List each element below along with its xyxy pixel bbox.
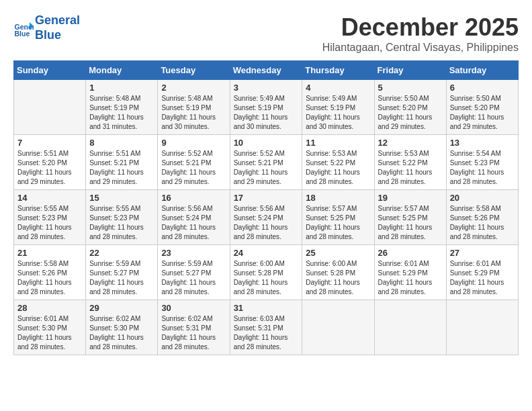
day-info: Sunrise: 5:53 AM Sunset: 5:22 PM Dayligh… [378,149,443,187]
table-row: 13Sunrise: 5:54 AM Sunset: 5:23 PM Dayli… [446,135,518,190]
day-number: 27 [450,248,515,258]
day-info: Sunrise: 6:01 AM Sunset: 5:29 PM Dayligh… [378,259,443,297]
day-number: 13 [450,138,515,148]
day-info: Sunrise: 5:52 AM Sunset: 5:21 PM Dayligh… [234,149,299,187]
day-number: 26 [378,248,443,258]
day-info: Sunrise: 6:02 AM Sunset: 5:31 PM Dayligh… [161,314,226,352]
table-row: 14Sunrise: 5:55 AM Sunset: 5:23 PM Dayli… [14,190,86,245]
table-row: 17Sunrise: 5:56 AM Sunset: 5:24 PM Dayli… [230,190,302,245]
day-info: Sunrise: 5:57 AM Sunset: 5:25 PM Dayligh… [378,204,443,242]
day-number: 14 [17,193,82,203]
day-info: Sunrise: 6:00 AM Sunset: 5:28 PM Dayligh… [306,259,370,297]
logo-line2: Blue [35,28,61,42]
day-number: 10 [234,138,299,148]
table-row: 3Sunrise: 5:49 AM Sunset: 5:19 PM Daylig… [230,80,302,135]
table-row [302,300,374,355]
table-row: 26Sunrise: 6:01 AM Sunset: 5:29 PM Dayli… [374,245,446,300]
table-row: 30Sunrise: 6:02 AM Sunset: 5:31 PM Dayli… [158,300,230,355]
day-info: Sunrise: 5:52 AM Sunset: 5:21 PM Dayligh… [161,149,226,187]
table-row: 31Sunrise: 6:03 AM Sunset: 5:31 PM Dayli… [230,300,302,355]
day-number: 25 [306,248,370,258]
day-number: 15 [89,193,154,203]
day-info: Sunrise: 5:59 AM Sunset: 5:27 PM Dayligh… [89,259,154,297]
table-row: 28Sunrise: 6:01 AM Sunset: 5:30 PM Dayli… [14,300,86,355]
calendar-week-row: 28Sunrise: 6:01 AM Sunset: 5:30 PM Dayli… [14,300,519,355]
day-info: Sunrise: 5:50 AM Sunset: 5:20 PM Dayligh… [378,94,443,132]
table-row: 2Sunrise: 5:48 AM Sunset: 5:19 PM Daylig… [158,80,230,135]
day-info: Sunrise: 5:49 AM Sunset: 5:19 PM Dayligh… [234,94,299,132]
table-row: 1Sunrise: 5:48 AM Sunset: 5:19 PM Daylig… [86,80,158,135]
col-wednesday: Wednesday [230,61,302,80]
day-info: Sunrise: 5:53 AM Sunset: 5:22 PM Dayligh… [306,149,370,187]
calendar-week-row: 1Sunrise: 5:48 AM Sunset: 5:19 PM Daylig… [14,80,519,135]
day-info: Sunrise: 6:01 AM Sunset: 5:30 PM Dayligh… [17,314,82,352]
day-number: 12 [378,138,443,148]
table-row: 15Sunrise: 5:55 AM Sunset: 5:23 PM Dayli… [86,190,158,245]
day-number: 9 [161,138,226,148]
day-info: Sunrise: 6:01 AM Sunset: 5:29 PM Dayligh… [450,259,515,297]
day-number: 4 [306,83,370,93]
table-row: 24Sunrise: 6:00 AM Sunset: 5:28 PM Dayli… [230,245,302,300]
day-number: 7 [17,138,82,148]
day-number: 18 [306,193,370,203]
day-info: Sunrise: 5:48 AM Sunset: 5:19 PM Dayligh… [89,94,154,132]
day-number: 22 [89,248,154,258]
table-row [446,300,518,355]
col-thursday: Thursday [302,61,374,80]
day-number: 3 [234,83,299,93]
col-friday: Friday [374,61,446,80]
table-row: 12Sunrise: 5:53 AM Sunset: 5:22 PM Dayli… [374,135,446,190]
table-row: 16Sunrise: 5:56 AM Sunset: 5:24 PM Dayli… [158,190,230,245]
table-row: 11Sunrise: 5:53 AM Sunset: 5:22 PM Dayli… [302,135,374,190]
location-title: Hilantagaan, Central Visayas, Philippine… [322,42,519,54]
svg-text:Blue: Blue [15,30,30,38]
col-saturday: Saturday [446,61,518,80]
table-row: 8Sunrise: 5:51 AM Sunset: 5:21 PM Daylig… [86,135,158,190]
col-sunday: Sunday [14,61,86,80]
logo-icon: General Blue [13,18,34,38]
calendar-week-row: 7Sunrise: 5:51 AM Sunset: 5:20 PM Daylig… [14,135,519,190]
day-number: 20 [450,193,515,203]
day-number: 17 [234,193,299,203]
table-row [14,80,86,135]
logo-line1: General [35,13,80,27]
day-number: 5 [378,83,443,93]
day-number: 31 [234,303,299,313]
day-info: Sunrise: 6:02 AM Sunset: 5:30 PM Dayligh… [89,314,154,352]
calendar-header-row: Sunday Monday Tuesday Wednesday Thursday… [14,61,519,80]
day-info: Sunrise: 5:58 AM Sunset: 5:26 PM Dayligh… [450,204,515,242]
day-number: 6 [450,83,515,93]
day-info: Sunrise: 6:03 AM Sunset: 5:31 PM Dayligh… [234,314,299,352]
day-number: 21 [17,248,82,258]
table-row: 4Sunrise: 5:49 AM Sunset: 5:19 PM Daylig… [302,80,374,135]
day-info: Sunrise: 5:57 AM Sunset: 5:25 PM Dayligh… [306,204,370,242]
day-info: Sunrise: 5:50 AM Sunset: 5:20 PM Dayligh… [450,94,515,132]
day-number: 28 [17,303,82,313]
col-monday: Monday [86,61,158,80]
calendar-table: Sunday Monday Tuesday Wednesday Thursday… [13,60,519,355]
day-number: 30 [161,303,226,313]
table-row: 7Sunrise: 5:51 AM Sunset: 5:20 PM Daylig… [14,135,86,190]
day-number: 19 [378,193,443,203]
table-row: 19Sunrise: 5:57 AM Sunset: 5:25 PM Dayli… [374,190,446,245]
day-info: Sunrise: 5:48 AM Sunset: 5:19 PM Dayligh… [161,94,226,132]
table-row: 5Sunrise: 5:50 AM Sunset: 5:20 PM Daylig… [374,80,446,135]
day-info: Sunrise: 5:55 AM Sunset: 5:23 PM Dayligh… [89,204,154,242]
day-info: Sunrise: 5:59 AM Sunset: 5:27 PM Dayligh… [161,259,226,297]
table-row: 6Sunrise: 5:50 AM Sunset: 5:20 PM Daylig… [446,80,518,135]
day-info: Sunrise: 5:51 AM Sunset: 5:20 PM Dayligh… [17,149,82,187]
table-row: 25Sunrise: 6:00 AM Sunset: 5:28 PM Dayli… [302,245,374,300]
logo: General Blue General Blue [13,13,80,42]
month-title: December 2025 [322,13,519,42]
title-section: December 2025 Hilantagaan, Central Visay… [322,13,519,54]
table-row: 20Sunrise: 5:58 AM Sunset: 5:26 PM Dayli… [446,190,518,245]
day-info: Sunrise: 5:55 AM Sunset: 5:23 PM Dayligh… [17,204,82,242]
calendar-week-row: 21Sunrise: 5:58 AM Sunset: 5:26 PM Dayli… [14,245,519,300]
day-info: Sunrise: 5:56 AM Sunset: 5:24 PM Dayligh… [234,204,299,242]
day-info: Sunrise: 5:49 AM Sunset: 5:19 PM Dayligh… [306,94,370,132]
calendar-week-row: 14Sunrise: 5:55 AM Sunset: 5:23 PM Dayli… [14,190,519,245]
table-row [374,300,446,355]
col-tuesday: Tuesday [158,61,230,80]
table-row: 27Sunrise: 6:01 AM Sunset: 5:29 PM Dayli… [446,245,518,300]
day-number: 8 [89,138,154,148]
